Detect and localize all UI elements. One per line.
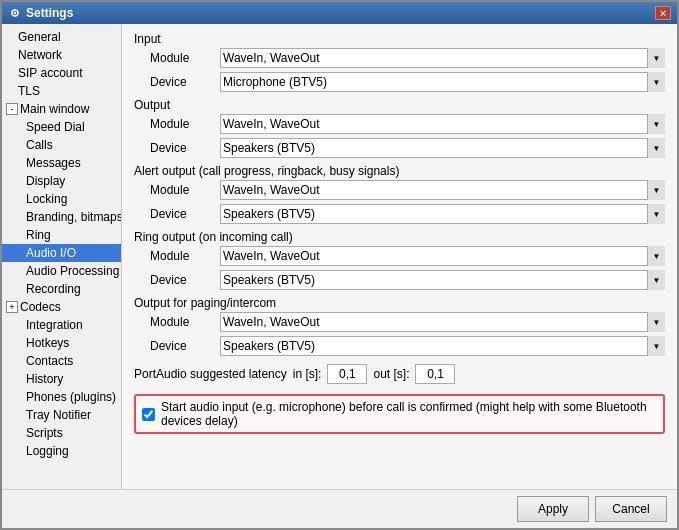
output-module-label: Module: [150, 117, 220, 131]
paging-device-select-wrapper: Speakers (BTV5) ▼: [220, 336, 665, 356]
sidebar-item-main-window[interactable]: - Main window: [2, 100, 121, 118]
svg-point-1: [14, 12, 16, 14]
output-device-select-wrapper: Speakers (BTV5) ▼: [220, 138, 665, 158]
content-area: General Network SIP account TLS - Main w…: [2, 24, 677, 489]
input-module-row: Module WaveIn, WaveOut ▼: [134, 48, 665, 68]
latency-in-label: in [s]:: [293, 367, 322, 381]
output-device-row: Device Speakers (BTV5) ▼: [134, 138, 665, 158]
latency-out-label: out [s]:: [373, 367, 409, 381]
latency-in-input[interactable]: [327, 364, 367, 384]
sidebar-item-phones[interactable]: Phones (plugins): [2, 388, 121, 406]
paging-module-row: Module WaveIn, WaveOut ▼: [134, 312, 665, 332]
ring-module-label: Module: [150, 249, 220, 263]
ring-module-select[interactable]: WaveIn, WaveOut: [220, 246, 665, 266]
sidebar-item-branding[interactable]: Branding, bitmaps: [2, 208, 121, 226]
expander-icon: -: [6, 103, 18, 115]
ring-module-select-wrapper: WaveIn, WaveOut ▼: [220, 246, 665, 266]
settings-window: Settings ✕ General Network SIP account T…: [0, 0, 679, 530]
bluetooth-checkbox-row: Start audio input (e.g. microphone) befo…: [134, 394, 665, 434]
paging-device-row: Device Speakers (BTV5) ▼: [134, 336, 665, 356]
ring-device-select-wrapper: Speakers (BTV5) ▼: [220, 270, 665, 290]
sidebar-item-audio-io[interactable]: Audio I/O: [2, 244, 121, 262]
sidebar: General Network SIP account TLS - Main w…: [2, 24, 122, 489]
input-module-select-wrapper: WaveIn, WaveOut ▼: [220, 48, 665, 68]
sidebar-item-contacts[interactable]: Contacts: [2, 352, 121, 370]
sidebar-item-audio-processing[interactable]: Audio Processing: [2, 262, 121, 280]
sidebar-item-speed-dial[interactable]: Speed Dial: [2, 118, 121, 136]
sidebar-label-codecs: Codecs: [20, 300, 61, 314]
section-alert-label: Alert output (call progress, ringback, b…: [134, 164, 665, 178]
sidebar-item-sip-account[interactable]: SIP account: [2, 64, 121, 82]
paging-module-select[interactable]: WaveIn, WaveOut: [220, 312, 665, 332]
latency-label: PortAudio suggested latency: [134, 367, 287, 381]
input-device-row: Device Microphone (BTV5) ▼: [134, 72, 665, 92]
footer: Apply Cancel: [2, 489, 677, 528]
section-input-label: Input: [134, 32, 665, 46]
sidebar-item-integration[interactable]: Integration: [2, 316, 121, 334]
ring-module-row: Module WaveIn, WaveOut ▼: [134, 246, 665, 266]
sidebar-item-locking[interactable]: Locking: [2, 190, 121, 208]
window-title: Settings: [26, 6, 73, 20]
sidebar-item-logging[interactable]: Logging: [2, 442, 121, 460]
alert-module-select[interactable]: WaveIn, WaveOut: [220, 180, 665, 200]
output-device-select[interactable]: Speakers (BTV5): [220, 138, 665, 158]
sidebar-item-history[interactable]: History: [2, 370, 121, 388]
output-device-label: Device: [150, 141, 220, 155]
latency-out-input[interactable]: [415, 364, 455, 384]
main-panel: Input Module WaveIn, WaveOut ▼ Device Mi…: [122, 24, 677, 489]
sidebar-label-main-window: Main window: [20, 102, 89, 116]
paging-device-label: Device: [150, 339, 220, 353]
output-module-row: Module WaveIn, WaveOut ▼: [134, 114, 665, 134]
settings-icon: [8, 6, 22, 20]
sidebar-item-recording[interactable]: Recording: [2, 280, 121, 298]
input-device-select[interactable]: Microphone (BTV5): [220, 72, 665, 92]
input-device-label: Device: [150, 75, 220, 89]
sidebar-item-ring[interactable]: Ring: [2, 226, 121, 244]
section-ring-label: Ring output (on incoming call): [134, 230, 665, 244]
sidebar-item-display[interactable]: Display: [2, 172, 121, 190]
alert-device-row: Device Speakers (BTV5) ▼: [134, 204, 665, 224]
section-output-label: Output: [134, 98, 665, 112]
sidebar-item-calls[interactable]: Calls: [2, 136, 121, 154]
alert-device-label: Device: [150, 207, 220, 221]
paging-device-select[interactable]: Speakers (BTV5): [220, 336, 665, 356]
title-bar: Settings ✕: [2, 2, 677, 24]
sidebar-item-scripts[interactable]: Scripts: [2, 424, 121, 442]
input-module-select[interactable]: WaveIn, WaveOut: [220, 48, 665, 68]
ring-device-row: Device Speakers (BTV5) ▼: [134, 270, 665, 290]
paging-module-select-wrapper: WaveIn, WaveOut ▼: [220, 312, 665, 332]
bluetooth-checkbox-label: Start audio input (e.g. microphone) befo…: [161, 400, 657, 428]
alert-device-select[interactable]: Speakers (BTV5): [220, 204, 665, 224]
ring-device-select[interactable]: Speakers (BTV5): [220, 270, 665, 290]
expander-codecs-icon: +: [6, 301, 18, 313]
sidebar-item-tray-notifier[interactable]: Tray Notifier: [2, 406, 121, 424]
input-module-label: Module: [150, 51, 220, 65]
input-device-select-wrapper: Microphone (BTV5) ▼: [220, 72, 665, 92]
ring-device-label: Device: [150, 273, 220, 287]
close-button[interactable]: ✕: [655, 6, 671, 20]
sidebar-item-tls[interactable]: TLS: [2, 82, 121, 100]
sidebar-item-messages[interactable]: Messages: [2, 154, 121, 172]
cancel-button[interactable]: Cancel: [595, 496, 667, 522]
apply-button[interactable]: Apply: [517, 496, 589, 522]
alert-module-row: Module WaveIn, WaveOut ▼: [134, 180, 665, 200]
latency-row: PortAudio suggested latency in [s]: out …: [134, 364, 665, 384]
output-module-select-wrapper: WaveIn, WaveOut ▼: [220, 114, 665, 134]
sidebar-item-hotkeys[interactable]: Hotkeys: [2, 334, 121, 352]
sidebar-item-network[interactable]: Network: [2, 46, 121, 64]
alert-module-label: Module: [150, 183, 220, 197]
paging-module-label: Module: [150, 315, 220, 329]
alert-module-select-wrapper: WaveIn, WaveOut ▼: [220, 180, 665, 200]
output-module-select[interactable]: WaveIn, WaveOut: [220, 114, 665, 134]
sidebar-item-codecs[interactable]: + Codecs: [2, 298, 121, 316]
bluetooth-checkbox[interactable]: [142, 408, 155, 421]
alert-device-select-wrapper: Speakers (BTV5) ▼: [220, 204, 665, 224]
section-paging-label: Output for paging/intercom: [134, 296, 665, 310]
sidebar-item-general[interactable]: General: [2, 28, 121, 46]
